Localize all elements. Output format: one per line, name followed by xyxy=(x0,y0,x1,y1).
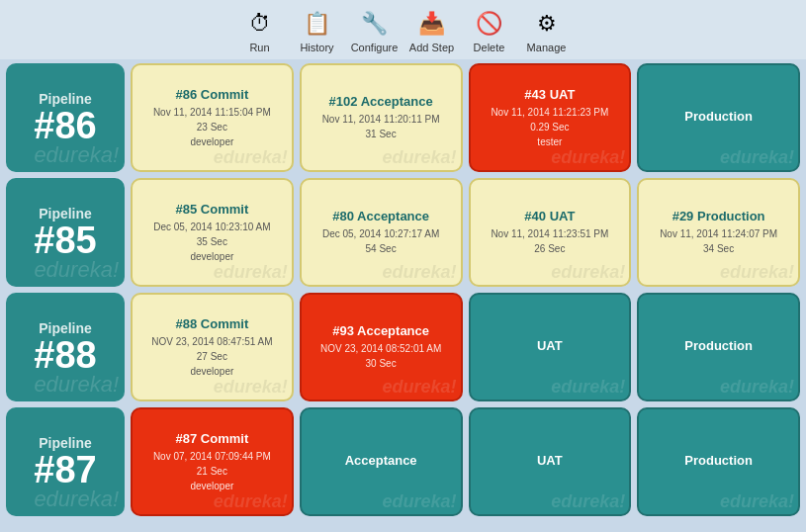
card-watermark: edureka! xyxy=(214,491,288,512)
card-watermark: edureka! xyxy=(720,147,794,168)
stage-card[interactable]: #86 CommitNov 11, 2014 11:15:04 PM 23 Se… xyxy=(131,63,294,172)
stage-title: #40 UAT xyxy=(524,209,575,223)
card-watermark: edureka! xyxy=(382,377,456,398)
pipeline-row: Pipeline #87 edureka! #87 CommitNov 07, … xyxy=(6,407,800,516)
toolbar-item-add-step[interactable]: 📥 Add Step xyxy=(408,8,456,53)
stage-title: #93 Acceptance xyxy=(332,323,429,338)
toolbar-label: Delete xyxy=(474,42,505,53)
pipeline-grid: Pipeline #86 edureka! #86 CommitNov 11, … xyxy=(0,59,806,520)
toolbar: ⏱ Run 📋 History 🔧 Configure 📥 Add Step 🚫… xyxy=(0,0,806,59)
stage-detail: Nov 11, 2014 11:24:07 PM 34 Sec xyxy=(660,226,777,256)
watermark-bg: edureka! xyxy=(34,372,119,398)
card-watermark: edureka! xyxy=(382,491,456,512)
toolbar-item-history[interactable]: 📋 History xyxy=(294,8,341,53)
toolbar-item-manage[interactable]: ⚙ Manage xyxy=(523,8,571,53)
stage-detail: Nov 11, 2014 11:20:11 PM 31 Sec xyxy=(322,112,440,141)
stage-detail: Dec 05, 2014 10:23:10 AM 35 Sec develope… xyxy=(153,220,270,264)
stage-detail: NOV 23, 2014 08:47:51 AM 27 Sec develope… xyxy=(151,334,272,379)
watermark-bg: edureka! xyxy=(34,487,119,512)
stage-title: #88 Commit xyxy=(176,316,249,331)
stage-card[interactable]: UATedureka! xyxy=(469,407,632,516)
stage-card[interactable]: #80 AcceptanceDec 05, 2014 10:27:17 AM 5… xyxy=(300,178,463,287)
stage-title: Production xyxy=(684,109,753,124)
pipeline-row: Pipeline #88 edureka! #88 CommitNOV 23, … xyxy=(6,293,800,401)
run-icon: ⏱ xyxy=(244,8,276,40)
card-watermark: edureka! xyxy=(551,147,625,168)
stage-title: #87 Commit xyxy=(176,431,249,446)
card-watermark: edureka! xyxy=(214,377,288,398)
stage-title: Production xyxy=(684,338,753,353)
pipeline-label-card[interactable]: Pipeline #87 edureka! xyxy=(6,407,125,516)
stage-title: Production xyxy=(684,453,753,468)
manage-icon: ⚙ xyxy=(531,8,563,40)
pipeline-row: Pipeline #85 edureka! #85 CommitDec 05, … xyxy=(6,178,800,287)
history-icon: 📋 xyxy=(302,8,333,40)
stage-detail: Dec 05, 2014 10:27:17 AM 54 Sec xyxy=(322,226,439,256)
card-watermark: edureka! xyxy=(720,491,794,512)
stage-detail: Nov 11, 2014 11:23:51 PM 26 Sec xyxy=(491,226,608,256)
toolbar-label: Configure xyxy=(351,42,399,53)
toolbar-item-delete[interactable]: 🚫 Delete xyxy=(466,8,513,53)
stage-title: UAT xyxy=(537,338,563,353)
stage-title: #43 UAT xyxy=(524,87,575,102)
pipeline-word: Pipeline xyxy=(39,320,92,336)
add step-icon: 📥 xyxy=(416,8,448,40)
card-watermark: edureka! xyxy=(551,377,625,398)
stage-card[interactable]: Productionedureka! xyxy=(637,293,800,401)
stage-detail: Nov 07, 2014 07:09:44 PM 21 Sec develope… xyxy=(153,449,271,493)
stage-card[interactable]: #29 ProductionNov 11, 2014 11:24:07 PM 3… xyxy=(637,178,800,287)
stage-detail: NOV 23, 2014 08:52:01 AM 30 Sec xyxy=(320,341,441,371)
stage-title: Acceptance xyxy=(345,453,417,468)
card-watermark: edureka! xyxy=(551,491,625,512)
stage-card[interactable]: #87 CommitNov 07, 2014 07:09:44 PM 21 Se… xyxy=(131,407,294,516)
watermark-bg: edureka! xyxy=(34,142,119,168)
stage-card[interactable]: #43 UATNov 11, 2014 11:21:23 PM 0.29 Sec… xyxy=(469,63,632,172)
toolbar-label: Manage xyxy=(527,42,567,53)
card-watermark: edureka! xyxy=(720,377,794,398)
toolbar-label: Add Step xyxy=(409,42,454,53)
toolbar-item-configure[interactable]: 🔧 Configure xyxy=(351,8,399,53)
stage-title: UAT xyxy=(537,453,563,468)
stage-title: #29 Production xyxy=(672,209,765,223)
pipeline-label-card[interactable]: Pipeline #86 edureka! xyxy=(6,63,125,172)
pipeline-row: Pipeline #86 edureka! #86 CommitNov 11, … xyxy=(6,63,800,172)
stage-title: #102 Acceptance xyxy=(329,94,433,109)
pipeline-word: Pipeline xyxy=(39,91,92,107)
pipeline-number: #87 xyxy=(34,451,96,488)
stage-title: #80 Acceptance xyxy=(332,209,429,223)
stage-card[interactable]: #88 CommitNOV 23, 2014 08:47:51 AM 27 Se… xyxy=(131,293,294,401)
pipeline-number: #88 xyxy=(34,336,96,374)
watermark-bg: edureka! xyxy=(34,257,119,283)
pipeline-word: Pipeline xyxy=(39,435,92,451)
stage-title: #85 Commit xyxy=(176,202,249,217)
card-watermark: edureka! xyxy=(214,262,288,283)
toolbar-item-run[interactable]: ⏱ Run xyxy=(236,8,284,53)
pipeline-number: #86 xyxy=(34,107,96,144)
card-watermark: edureka! xyxy=(382,147,456,168)
stage-detail: Nov 11, 2014 11:21:23 PM 0.29 Sec tester xyxy=(491,105,608,149)
card-watermark: edureka! xyxy=(214,147,288,168)
card-watermark: edureka! xyxy=(382,262,456,283)
pipeline-number: #85 xyxy=(34,222,96,259)
card-watermark: edureka! xyxy=(720,262,794,283)
pipeline-label-card[interactable]: Pipeline #85 edureka! xyxy=(6,178,125,287)
stage-card[interactable]: #102 AcceptanceNov 11, 2014 11:20:11 PM … xyxy=(300,63,463,172)
delete-icon: 🚫 xyxy=(474,8,505,40)
toolbar-label: History xyxy=(300,42,333,53)
toolbar-label: Run xyxy=(249,42,269,53)
stage-card[interactable]: Acceptanceedureka! xyxy=(300,407,463,516)
card-watermark: edureka! xyxy=(551,262,625,283)
stage-card[interactable]: #85 CommitDec 05, 2014 10:23:10 AM 35 Se… xyxy=(131,178,294,287)
pipeline-label-card[interactable]: Pipeline #88 edureka! xyxy=(6,293,125,401)
stage-title: #86 Commit xyxy=(176,87,249,102)
stage-card[interactable]: #40 UATNov 11, 2014 11:23:51 PM 26 Seced… xyxy=(469,178,632,287)
stage-detail: Nov 11, 2014 11:15:04 PM 23 Sec develope… xyxy=(153,105,271,149)
pipeline-word: Pipeline xyxy=(39,206,92,222)
stage-card[interactable]: #93 AcceptanceNOV 23, 2014 08:52:01 AM 3… xyxy=(300,293,463,401)
stage-card[interactable]: Productionedureka! xyxy=(637,63,800,172)
stage-card[interactable]: UATedureka! xyxy=(469,293,632,401)
stage-card[interactable]: Productionedureka! xyxy=(637,407,800,516)
configure-icon: 🔧 xyxy=(359,8,391,40)
